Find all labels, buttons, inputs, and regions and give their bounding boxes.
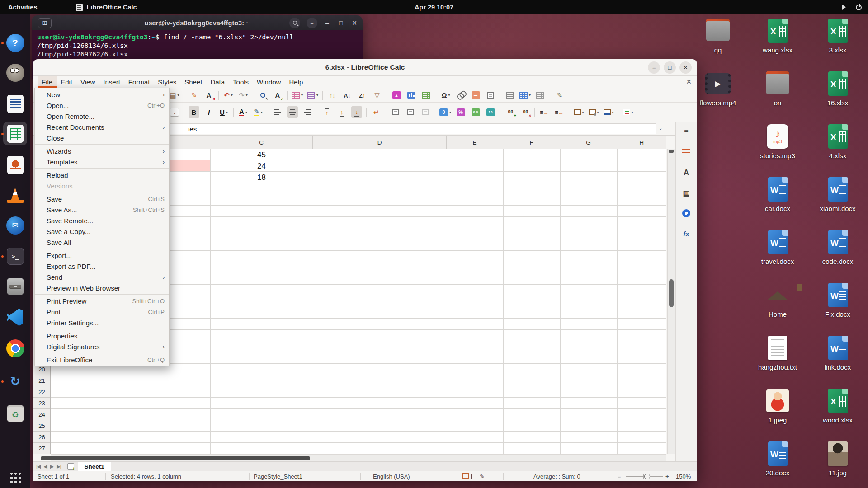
desktop-icon-on[interactable]: on xyxy=(753,71,802,107)
vlc-icon[interactable] xyxy=(0,183,30,208)
show-draw-functions-icon[interactable]: ✎ xyxy=(554,89,565,101)
writer-icon[interactable] xyxy=(0,91,30,117)
spelling-icon[interactable]: A✓ xyxy=(272,89,283,101)
close-icon[interactable]: ✕ xyxy=(351,19,358,27)
insert-mode-icon[interactable] xyxy=(462,473,469,479)
gallery-icon[interactable]: ▦ xyxy=(680,187,692,199)
sort-descending-icon[interactable]: Z↑ xyxy=(357,89,368,101)
menu-item-printer-settings[interactable]: Printer Settings... xyxy=(35,317,169,328)
headers-and-footers-icon[interactable] xyxy=(485,89,496,101)
format-as-number-icon[interactable]: 0.0 xyxy=(470,106,481,118)
search-icon[interactable] xyxy=(289,18,300,28)
menu-item-close[interactable]: Close xyxy=(35,132,169,143)
cell-C3[interactable]: 18 xyxy=(210,172,313,183)
align-top-icon[interactable]: ↑ xyxy=(321,106,332,118)
borders-icon[interactable]: ▾ xyxy=(573,106,584,118)
menu-item-save-a-copy[interactable]: Save a Copy... xyxy=(35,226,169,237)
clone-formatting-icon[interactable]: ✎ xyxy=(189,89,199,101)
menu-item-recent-documents[interactable]: Recent Documents› xyxy=(35,122,169,132)
menu-file[interactable]: File xyxy=(38,76,57,88)
desktop-icon-flowers-mp4[interactable]: ▶flowers.mp4 xyxy=(693,71,743,107)
menu-format[interactable]: Format xyxy=(124,76,154,88)
maximize-icon[interactable]: □ xyxy=(337,19,344,27)
insert-comment-icon[interactable]: ▬ xyxy=(470,89,481,101)
column-header-H[interactable]: H xyxy=(617,136,666,149)
zoom-slider-handle[interactable] xyxy=(644,474,650,479)
previous-sheet-icon[interactable]: ◀ xyxy=(43,464,47,469)
insert-hyperlink-icon[interactable] xyxy=(455,89,466,101)
pivot-table-icon[interactable] xyxy=(421,89,432,101)
sort-ascending-icon[interactable]: A↓ xyxy=(342,89,353,101)
desktop-icon-qq[interactable]: qq xyxy=(693,19,743,54)
formula-dropdown-icon[interactable]: ⌄ xyxy=(659,126,662,131)
menu-item-print-preview[interactable]: Print PreviewShift+Ctrl+O xyxy=(35,296,169,306)
underline-icon[interactable]: U▾ xyxy=(218,106,229,118)
files-icon[interactable] xyxy=(0,274,30,299)
highlighting-color-icon[interactable]: ✎▾ xyxy=(253,106,264,118)
add-decimal-place-icon[interactable]: .00+ xyxy=(505,106,515,118)
desktop-icon-xiaomi-docx[interactable]: Wxiaomi.docx xyxy=(813,177,863,212)
sidebar-menu-icon[interactable]: ≡ xyxy=(680,126,692,138)
status-average-sum[interactable]: Average: ; Sum: 0 xyxy=(533,473,580,480)
merge-cells-icon[interactable] xyxy=(405,106,416,118)
row-header-26[interactable]: 26 xyxy=(33,432,50,443)
vertical-scroll-thumb[interactable] xyxy=(669,279,674,307)
row-header-23[interactable]: 23 xyxy=(33,398,50,409)
insert-image-icon[interactable]: ▲ xyxy=(391,89,402,101)
activities-button[interactable]: Activities xyxy=(8,4,37,11)
close-document-icon[interactable]: ✕ xyxy=(686,78,692,86)
menu-view[interactable]: View xyxy=(76,76,99,88)
align-left-icon[interactable] xyxy=(272,106,283,118)
format-as-percent-icon[interactable]: % xyxy=(455,106,466,118)
desktop-icon-travel-docx[interactable]: Wtravel.docx xyxy=(753,230,802,265)
menu-item-wizards[interactable]: Wizards› xyxy=(35,145,169,156)
menu-item-new[interactable]: New› xyxy=(35,89,169,100)
border-style-icon[interactable]: ▾ xyxy=(588,106,599,118)
desktop-icon-link-docx[interactable]: Wlink.docx xyxy=(813,336,863,371)
impress-icon[interactable] xyxy=(0,152,30,178)
terminal-icon[interactable]: >_ xyxy=(0,244,30,269)
menu-item-open[interactable]: Open...Ctrl+O xyxy=(35,100,169,111)
sheet-tab[interactable]: Sheet1 xyxy=(78,462,111,471)
chrome-icon[interactable] xyxy=(0,336,30,361)
desktop-icon-hangzhou-txt[interactable]: hangzhou.txt xyxy=(753,336,802,371)
menu-item-preview-in-web-browser[interactable]: Preview in Web Browser xyxy=(35,282,169,293)
new-tab-icon[interactable]: ⊞ xyxy=(38,18,52,28)
trash-icon[interactable]: ♻ xyxy=(0,401,30,426)
status-language[interactable]: English (USA) xyxy=(373,473,410,480)
menu-item-export-as-pdf[interactable]: Export as PDF... xyxy=(35,261,169,272)
center-vertically-icon[interactable]: ↕ xyxy=(336,106,347,118)
menu-item-templates[interactable]: Templates› xyxy=(35,156,169,167)
menu-item-save-remote[interactable]: Save Remote... xyxy=(35,215,169,226)
desktop-icon-car-docx[interactable]: Wcar.docx xyxy=(753,177,802,212)
font-color-icon[interactable]: A▾ xyxy=(238,106,249,118)
status-page-style[interactable]: PageStyle_Sheet1 xyxy=(254,473,302,480)
menu-item-send[interactable]: Send› xyxy=(35,272,169,282)
focused-app-indicator[interactable]: LibreOffice Calc xyxy=(76,4,137,11)
cell-C2[interactable]: 24 xyxy=(210,160,313,172)
delete-decimal-place-icon[interactable]: .00× xyxy=(519,106,530,118)
properties-icon[interactable] xyxy=(680,146,692,158)
desktop-icon-11-jpg[interactable]: 11.jpg xyxy=(813,441,863,477)
desktop-icon-home[interactable]: Home xyxy=(753,283,802,318)
menu-item-exit-libreoffice[interactable]: Exit LibreOfficeCtrl+Q xyxy=(35,354,169,365)
menu-item-save-all[interactable]: Save All xyxy=(35,237,169,248)
wrap-text-icon[interactable]: ↵ xyxy=(371,106,382,118)
menu-item-properties[interactable]: Properties... xyxy=(35,330,169,341)
desktop-icon-16-xlsx[interactable]: X16.xlsx xyxy=(813,71,863,107)
font-size-box-icon[interactable]: ⌄ xyxy=(169,106,180,118)
menu-data[interactable]: Data xyxy=(206,76,229,88)
column-header-G[interactable]: G xyxy=(560,136,617,149)
conditional-formatting-icon[interactable]: ▾ xyxy=(623,106,633,118)
minimize-icon[interactable]: – xyxy=(324,19,331,27)
column-icon[interactable]: ▾ xyxy=(307,89,318,101)
cell-C1[interactable]: 45 xyxy=(210,149,313,160)
format-as-currency-icon[interactable]: 0▾ xyxy=(439,106,451,118)
horizontal-scrollbar[interactable] xyxy=(51,454,666,461)
italic-icon[interactable]: I xyxy=(203,106,214,118)
vscode-icon[interactable] xyxy=(0,305,30,330)
navigator-icon[interactable] xyxy=(680,207,692,219)
increase-indent-icon[interactable]: ≡→ xyxy=(539,106,550,118)
column-header-C[interactable]: C xyxy=(210,136,313,149)
row-header-24[interactable]: 24 xyxy=(33,409,50,420)
